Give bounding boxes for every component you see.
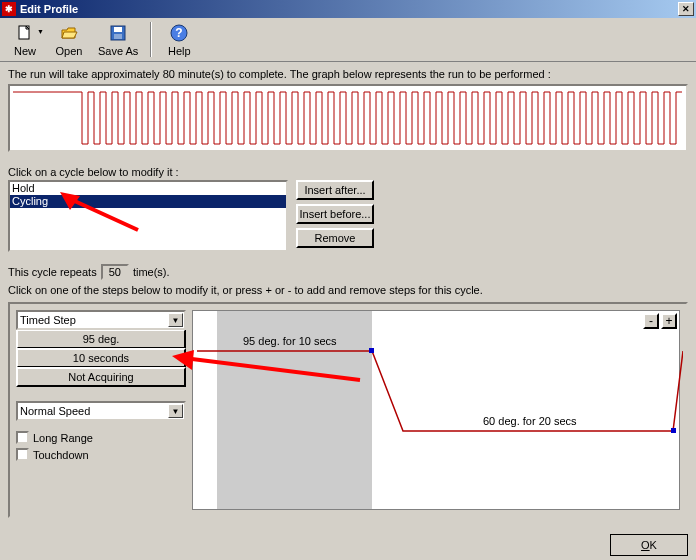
help-label: Help bbox=[168, 45, 191, 57]
run-info-text: The run will take approximately 80 minut… bbox=[8, 68, 688, 80]
long-range-checkbox[interactable] bbox=[16, 431, 29, 444]
new-label: New bbox=[14, 45, 36, 57]
help-button[interactable]: ? Help bbox=[158, 20, 200, 59]
dropdown-icon: ▼ bbox=[168, 313, 183, 327]
cycle-list[interactable]: Hold Cycling bbox=[8, 180, 288, 252]
cycle-item-hold[interactable]: Hold bbox=[10, 182, 286, 195]
svg-rect-8 bbox=[671, 428, 676, 433]
step1-label: 95 deg. for 10 secs bbox=[243, 335, 337, 347]
step-type-value: Timed Step bbox=[20, 314, 76, 326]
open-button[interactable]: Open bbox=[48, 20, 90, 59]
toolbar-separator bbox=[150, 22, 152, 57]
window-title: Edit Profile bbox=[20, 3, 678, 15]
duration-button[interactable]: 10 seconds bbox=[16, 348, 186, 368]
dropdown-arrow-icon: ▼ bbox=[37, 28, 44, 35]
svg-rect-7 bbox=[369, 348, 374, 353]
save-as-label: Save As bbox=[98, 45, 138, 57]
touchdown-checkbox[interactable] bbox=[16, 448, 29, 461]
long-range-label: Long Range bbox=[33, 432, 93, 444]
new-icon bbox=[15, 23, 35, 43]
open-icon bbox=[59, 23, 79, 43]
save-as-button[interactable]: Save As bbox=[92, 20, 144, 59]
speed-combo[interactable]: Normal Speed ▼ bbox=[16, 401, 186, 421]
speed-value: Normal Speed bbox=[20, 405, 90, 417]
new-button[interactable]: New ▼ bbox=[4, 20, 46, 59]
close-button[interactable]: ✕ bbox=[678, 2, 694, 16]
save-icon bbox=[108, 23, 128, 43]
cycle-step-graph: - + 95 deg. for 10 secs 60 deg. for 20 s… bbox=[192, 310, 680, 510]
run-profile-graph bbox=[8, 84, 688, 152]
repeat-suffix: time(s). bbox=[133, 266, 170, 278]
repeat-count-field[interactable]: 50 bbox=[101, 264, 129, 280]
insert-before-button[interactable]: Insert before... bbox=[296, 204, 374, 224]
svg-rect-3 bbox=[114, 34, 122, 39]
cycle-item-cycling[interactable]: Cycling bbox=[10, 195, 286, 208]
touchdown-label: Touchdown bbox=[33, 449, 89, 461]
acquire-button[interactable]: Not Acquiring bbox=[16, 367, 186, 387]
svg-rect-2 bbox=[114, 27, 122, 32]
cycle-prompt: Click on a cycle below to modify it : bbox=[8, 166, 688, 178]
title-bar: ✱ Edit Profile ✕ bbox=[0, 0, 696, 18]
dropdown-icon: ▼ bbox=[168, 404, 183, 418]
help-icon: ? bbox=[169, 23, 189, 43]
repeat-prefix: This cycle repeats bbox=[8, 266, 97, 278]
temperature-button[interactable]: 95 deg. bbox=[16, 329, 186, 349]
step-instructions: Click on one of the steps below to modif… bbox=[8, 284, 688, 296]
step2-label: 60 deg. for 20 secs bbox=[483, 415, 577, 427]
app-icon: ✱ bbox=[2, 2, 16, 16]
svg-text:?: ? bbox=[176, 26, 183, 40]
toolbar: New ▼ Open Save As ? Help bbox=[0, 18, 696, 62]
step-panel: Timed Step ▼ 95 deg. 10 seconds Not Acqu… bbox=[8, 302, 688, 518]
ok-button[interactable]: OK bbox=[610, 534, 688, 556]
open-label: Open bbox=[56, 45, 83, 57]
step-type-combo[interactable]: Timed Step ▼ bbox=[16, 310, 186, 330]
insert-after-button[interactable]: Insert after... bbox=[296, 180, 374, 200]
remove-button[interactable]: Remove bbox=[296, 228, 374, 248]
